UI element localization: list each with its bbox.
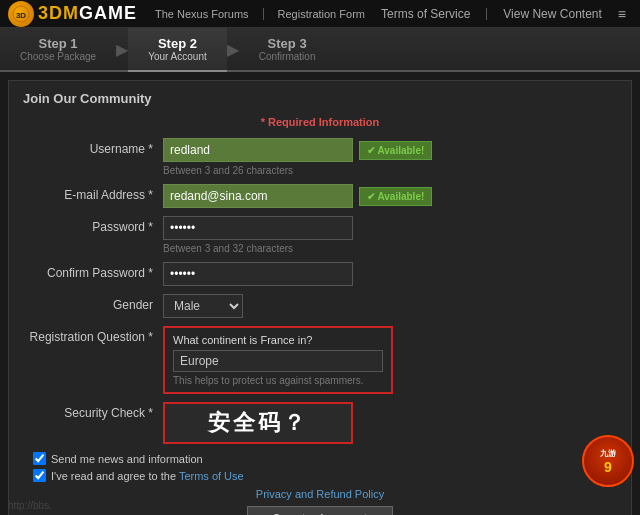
username-hint: Between 3 and 26 characters (163, 165, 617, 176)
step3-label: Confirmation (259, 51, 316, 62)
section-title: Join Our Community (23, 91, 617, 106)
username-label: Username * (23, 138, 163, 156)
step1-label: Choose Package (20, 51, 96, 62)
password-row: Password * Between 3 and 32 characters (23, 216, 617, 254)
security-label: Security Check * (23, 402, 163, 420)
nav-tos[interactable]: Terms of Service (373, 7, 478, 21)
gender-field: Male Female (163, 294, 617, 318)
nav-reg-form[interactable]: Registration Form (270, 8, 373, 20)
logo-text: 3DMGAME (38, 3, 137, 24)
gender-select[interactable]: Male Female (163, 294, 243, 318)
reg-question-hint: This helps to protect us against spammer… (173, 375, 383, 386)
reg-question-input[interactable] (173, 350, 383, 372)
checkbox1[interactable] (33, 452, 46, 465)
security-box: 安全码？ (163, 402, 353, 444)
steps-bar: Step 1 Choose Package ▶ Step 2 Your Acco… (0, 28, 640, 72)
gender-label: Gender (23, 294, 163, 312)
email-row: E-mail Address * ✔ Available! (23, 184, 617, 208)
step1-arrow: ▶ (116, 40, 128, 59)
security-field: 安全码？ (163, 402, 617, 444)
username-field: ✔ Available! Between 3 and 26 characters (163, 138, 617, 176)
step2-arrow: ▶ (227, 40, 239, 59)
nav-view-new[interactable]: View New Content (495, 7, 610, 21)
reg-question-label: Registration Question * (23, 326, 163, 344)
required-info: * Required Information (23, 116, 617, 128)
email-label: E-mail Address * (23, 184, 163, 202)
step-2[interactable]: Step 2 Your Account (128, 28, 227, 70)
confirm-input[interactable] (163, 262, 353, 286)
email-input[interactable] (163, 184, 353, 208)
step-3[interactable]: Step 3 Confirmation (239, 28, 336, 70)
checkbox2-row: I've read and agree to the Terms of Use (23, 469, 617, 482)
step2-label: Your Account (148, 51, 207, 62)
password-input[interactable] (163, 216, 353, 240)
jiuyou-badge: 九游 9 (582, 435, 634, 487)
jiuyou-num: 9 (604, 459, 612, 475)
security-row: Security Check * 安全码？ (23, 402, 617, 444)
bottom-area: Privacy and Refund Policy Create Account (23, 488, 617, 515)
username-with-badge: ✔ Available! (163, 138, 617, 162)
password-hint: Between 3 and 32 characters (163, 243, 617, 254)
confirm-field (163, 262, 617, 286)
reg-question-field: What continent is France in? This helps … (163, 326, 617, 394)
step3-num: Step 3 (268, 36, 307, 51)
password-label: Password * (23, 216, 163, 234)
nav-right: Terms of Service View New Content ≡ (373, 6, 632, 22)
privacy-link[interactable]: Privacy and Refund Policy (23, 488, 617, 500)
confirm-row: Confirm Password * (23, 262, 617, 286)
reg-question-row: Registration Question * What continent i… (23, 326, 617, 394)
logo-icon: 3D (8, 1, 34, 27)
email-available-badge: ✔ Available! (359, 187, 432, 206)
reg-question-box: What continent is France in? This helps … (163, 326, 393, 394)
logo-area[interactable]: 3D 3DMGAME (8, 1, 137, 27)
top-nav: 3D 3DMGAME The Nexus Forums Registration… (0, 0, 640, 28)
nav-nexus-forums[interactable]: The Nexus Forums (147, 8, 257, 20)
security-code: 安全码？ (208, 408, 308, 438)
step-1[interactable]: Step 1 Choose Package (0, 28, 116, 70)
step2-num: Step 2 (158, 36, 197, 51)
terms-link[interactable]: Terms of Use (179, 470, 244, 482)
password-field: Between 3 and 32 characters (163, 216, 617, 254)
nav-links: The Nexus Forums Registration Form (147, 8, 373, 20)
username-row: Username * ✔ Available! Between 3 and 26… (23, 138, 617, 176)
main-content: Join Our Community * Required Informatio… (8, 80, 632, 515)
confirm-label: Confirm Password * (23, 262, 163, 280)
step1-num: Step 1 (39, 36, 78, 51)
jiuyou-text: 九游 (600, 448, 616, 459)
svg-text:3D: 3D (16, 11, 26, 20)
checkbox2-label: I've read and agree to the Terms of Use (51, 470, 244, 482)
gender-row: Gender Male Female (23, 294, 617, 318)
menu-icon[interactable]: ≡ (612, 6, 632, 22)
reg-question-text: What continent is France in? (173, 334, 383, 346)
username-available-badge: ✔ Available! (359, 141, 432, 160)
checkbox2[interactable] (33, 469, 46, 482)
email-field: ✔ Available! (163, 184, 617, 208)
checkbox1-row: Send me news and information (23, 452, 617, 465)
create-account-button[interactable]: Create Account (247, 506, 393, 515)
email-with-badge: ✔ Available! (163, 184, 617, 208)
username-input[interactable] (163, 138, 353, 162)
checkbox1-label: Send me news and information (51, 453, 203, 465)
